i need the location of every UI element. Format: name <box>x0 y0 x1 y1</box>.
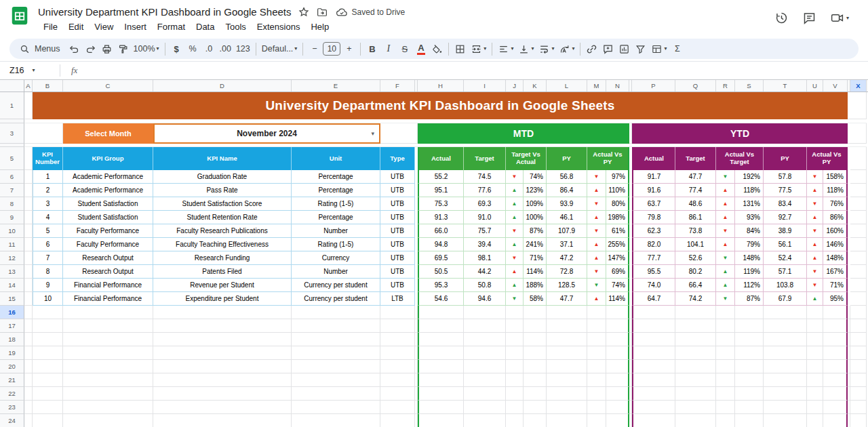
column-header-I[interactable]: I <box>464 80 506 92</box>
kpi-group-cell[interactable]: Student Satisfaction <box>63 211 153 224</box>
cell[interactable] <box>380 360 415 373</box>
cell[interactable] <box>850 265 867 279</box>
cell[interactable] <box>807 373 823 387</box>
mtd-actual-vs-py-value[interactable]: 198% <box>606 211 629 224</box>
row-header-7[interactable]: 7 <box>0 184 24 197</box>
kpi-group-cell[interactable]: Faculty Performance <box>63 224 153 238</box>
cell[interactable] <box>464 346 506 360</box>
column-header-P[interactable]: P <box>632 80 675 92</box>
mtd-target-cell[interactable]: 98.1 <box>464 251 506 265</box>
cell[interactable] <box>823 333 848 346</box>
kpi-name-cell[interactable]: Research Funding <box>153 251 292 265</box>
menu-item[interactable]: File <box>38 20 63 33</box>
kpi-group-cell[interactable]: Financial Performance <box>63 279 153 292</box>
kpi-name-cell[interactable]: Faculty Research Publications <box>153 224 292 238</box>
mtd-actual-cell[interactable]: 95.3 <box>418 279 464 292</box>
row-header-15[interactable]: 15 <box>0 292 24 306</box>
cell[interactable] <box>735 360 764 373</box>
ytd-target-cell[interactable]: 66.4 <box>675 279 716 292</box>
ytd-actual-vs-target-value[interactable]: 112% <box>735 279 764 292</box>
cell[interactable] <box>735 346 764 360</box>
cell[interactable] <box>675 306 716 319</box>
cell[interactable] <box>418 333 464 346</box>
cell[interactable] <box>418 387 464 401</box>
mtd-actual-vs-py-value[interactable]: 97% <box>606 170 629 184</box>
cell[interactable] <box>33 401 63 414</box>
ytd-target-cell[interactable]: 86.1 <box>675 211 716 224</box>
column-header-H[interactable]: H <box>418 80 464 92</box>
merge-cells-button[interactable]: ▾ <box>469 41 488 57</box>
cell[interactable] <box>24 306 33 319</box>
mtd-target-cell[interactable]: 39.4 <box>464 238 506 251</box>
cell[interactable] <box>823 346 848 360</box>
ytd-actual-vs-target-indicator[interactable]: ▼ <box>716 224 735 238</box>
column-header-F[interactable]: F <box>380 80 415 92</box>
column-header-Q[interactable]: Q <box>675 80 716 92</box>
saved-status[interactable]: Saved to Drive <box>336 6 406 18</box>
mtd-target-vs-actual-value[interactable]: 71% <box>524 251 547 265</box>
type-cell[interactable]: UTB <box>380 184 415 197</box>
font-size-input[interactable]: 10 <box>323 42 340 56</box>
cell[interactable] <box>675 333 716 346</box>
cell[interactable] <box>24 401 33 414</box>
ytd-py-cell[interactable]: 77.5 <box>764 184 807 197</box>
mtd-py-cell[interactable]: 93.9 <box>547 197 587 211</box>
mtd-py-cell[interactable]: 86.4 <box>547 184 587 197</box>
unit-cell[interactable]: Rating (1-5) <box>292 238 380 251</box>
ytd-actual-vs-py-indicator[interactable]: ▲ <box>807 238 823 251</box>
cell[interactable] <box>33 333 63 346</box>
cell[interactable] <box>153 373 292 387</box>
cell[interactable] <box>506 319 524 333</box>
ytd-actual-vs-py-indicator[interactable]: ▼ <box>807 170 823 184</box>
cell[interactable] <box>675 387 716 401</box>
cell[interactable] <box>464 333 506 346</box>
row-header-9[interactable]: 9 <box>0 211 24 224</box>
ytd-target-cell[interactable]: 74.2 <box>675 292 716 306</box>
row-header-13[interactable]: 13 <box>0 265 24 279</box>
cell[interactable] <box>632 306 675 319</box>
row-header-23[interactable]: 23 <box>0 401 24 414</box>
row-header-21[interactable]: 21 <box>0 373 24 387</box>
ytd-actual-vs-target-value[interactable]: 131% <box>735 197 764 211</box>
ytd-actual-vs-py-value[interactable]: 146% <box>823 238 848 251</box>
cell[interactable] <box>675 346 716 360</box>
cell[interactable] <box>24 387 33 401</box>
cell[interactable] <box>850 170 867 184</box>
column-header-T[interactable]: T <box>764 80 807 92</box>
row-header-10[interactable]: 10 <box>0 224 24 238</box>
row-header-3[interactable]: 3 <box>0 123 24 144</box>
ytd-actual-vs-py-indicator[interactable]: ▲ <box>807 251 823 265</box>
unit-cell[interactable]: Number <box>292 224 380 238</box>
cell[interactable] <box>735 319 764 333</box>
column-header-C[interactable]: C <box>63 80 153 92</box>
cell[interactable] <box>606 346 629 360</box>
version-history-icon[interactable] <box>774 11 789 25</box>
ytd-actual-vs-target-value[interactable]: 87% <box>735 292 764 306</box>
cell[interactable] <box>153 306 292 319</box>
insert-chart-button[interactable] <box>616 41 632 57</box>
ytd-target-cell[interactable]: 77.4 <box>675 184 716 197</box>
cell[interactable] <box>464 401 506 414</box>
cell[interactable] <box>632 401 675 414</box>
column-header-D[interactable]: D <box>153 80 292 92</box>
column-header-N[interactable]: N <box>606 80 629 92</box>
cell[interactable] <box>587 333 606 346</box>
cell[interactable] <box>850 373 867 387</box>
mtd-target-cell[interactable]: 69.3 <box>464 197 506 211</box>
unit-cell[interactable]: Currency per student <box>292 279 380 292</box>
cell[interactable] <box>380 333 415 346</box>
cell[interactable] <box>524 360 547 373</box>
cell[interactable] <box>33 387 63 401</box>
cell[interactable] <box>24 170 33 184</box>
cell[interactable] <box>506 333 524 346</box>
cell[interactable] <box>380 306 415 319</box>
cell[interactable] <box>380 373 415 387</box>
cell[interactable] <box>735 306 764 319</box>
cell[interactable] <box>764 387 807 401</box>
mtd-py-cell[interactable]: 107.9 <box>547 224 587 238</box>
cell[interactable] <box>547 319 587 333</box>
mtd-py-cell[interactable]: 37.1 <box>547 238 587 251</box>
cell[interactable] <box>848 123 867 144</box>
mtd-target-vs-actual-indicator[interactable]: ▲ <box>506 211 524 224</box>
unit-cell[interactable]: Percentage <box>292 184 380 197</box>
